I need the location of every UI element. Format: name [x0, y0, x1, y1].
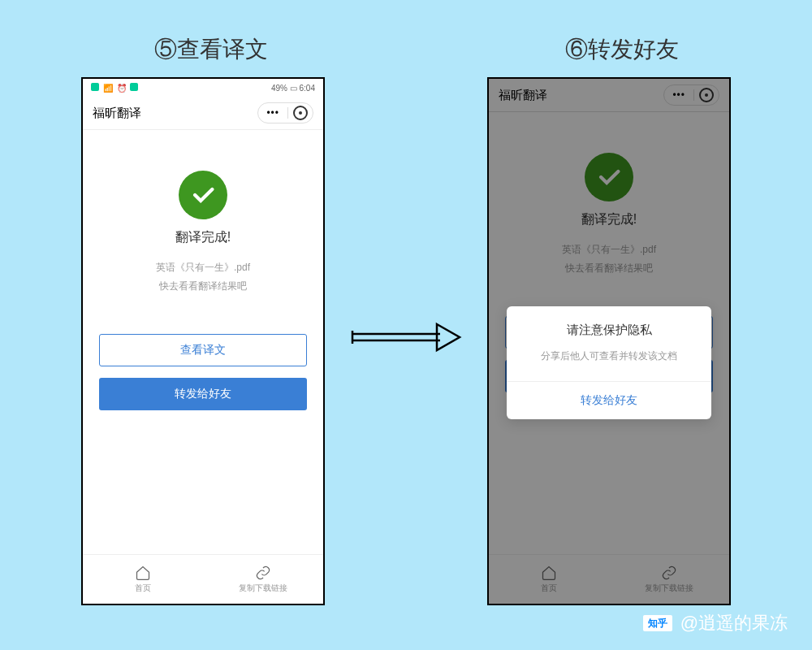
home-icon [135, 565, 151, 581]
dialog-title: 请注意保护隐私 [507, 323, 711, 338]
arrow-right-icon [349, 321, 463, 353]
nav-copy-label: 复制下载链接 [239, 583, 287, 594]
more-icon[interactable]: ••• [263, 107, 283, 119]
share-friend-button[interactable]: 转发给好友 [99, 378, 307, 410]
link-icon [255, 565, 271, 581]
app-title: 福昕翻译 [93, 106, 141, 121]
clock: 6:04 [300, 84, 315, 93]
view-translation-button[interactable]: 查看译文 [99, 334, 307, 366]
battery-icon: ▭ [290, 84, 297, 93]
alarm-icon: ⏰ [117, 84, 127, 93]
signal-icon: 📶 [103, 84, 113, 93]
status-bar: 📶 ⏰ 49% ▭ 6:04 [83, 79, 323, 97]
nfc-icon [130, 83, 138, 91]
dialog-share-button[interactable]: 转发给好友 [507, 382, 711, 419]
battery-percent: 49% [271, 84, 287, 93]
phone-screenshot-right: 福昕翻译 ••• 翻译完成! 英语《只有一生》.pdf 快去看看翻译结果吧 查看… [487, 77, 731, 605]
step-label-5: ⑤查看译文 [154, 34, 268, 65]
prompt-text: 快去看看翻译结果吧 [159, 280, 247, 293]
author-name: @逍遥的果冻 [680, 611, 788, 635]
zhihu-logo-icon: 知乎 [643, 615, 672, 631]
done-title: 翻译完成! [175, 229, 231, 246]
nav-home[interactable]: 首页 [83, 555, 203, 604]
cell-indicator-icon [91, 83, 99, 91]
zhihu-watermark: 知乎 @逍遥的果冻 [643, 611, 788, 635]
miniapp-capsule[interactable]: ••• [257, 102, 313, 124]
filename-text: 英语《只有一生》.pdf [156, 261, 250, 275]
step-label-6: ⑥转发好友 [565, 34, 679, 65]
dialog-subtitle: 分享后他人可查看并转发该文档 [507, 349, 711, 363]
nav-copy-link[interactable]: 复制下载链接 [203, 555, 323, 604]
nav-home-label: 首页 [135, 583, 151, 594]
bottom-nav: 首页 复制下载链接 [83, 554, 323, 604]
success-icon [179, 171, 227, 219]
close-miniapp-icon[interactable] [293, 106, 308, 120]
privacy-dialog: 请注意保护隐私 分享后他人可查看并转发该文档 转发给好友 [507, 306, 711, 419]
app-header: 福昕翻译 ••• [83, 97, 323, 130]
phone-screenshot-left: 📶 ⏰ 49% ▭ 6:04 福昕翻译 ••• 翻译完成! 英语《只有一 [81, 77, 325, 605]
